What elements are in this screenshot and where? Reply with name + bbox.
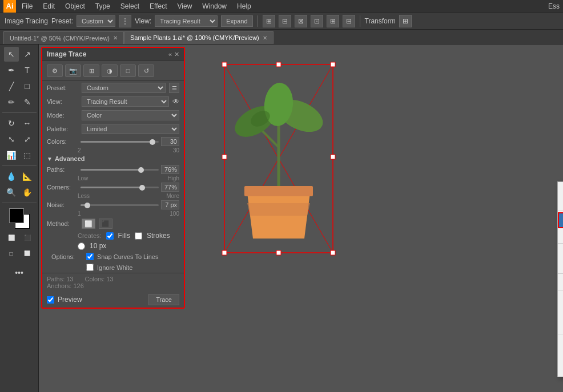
align-icon-2[interactable]: ⊟ bbox=[279, 15, 291, 27]
panel-footer: Paths: 13 Colors: 13 Anchors: 126 bbox=[42, 273, 184, 292]
stroke-mode-btn[interactable]: ⬛ bbox=[20, 230, 35, 245]
view-label: View: bbox=[135, 17, 151, 25]
ctx-crop-image[interactable]: Crop Image bbox=[558, 245, 563, 258]
tool-row-11: □ ⬜ bbox=[4, 246, 35, 261]
ctx-perspective[interactable]: Perspective ▶ bbox=[558, 228, 563, 242]
tool-row-4: ✏ ✎ bbox=[4, 95, 35, 110]
ctx-make-pixel-perfect[interactable]: Make Pixel Perfect bbox=[558, 212, 563, 228]
normal-mode-btn[interactable]: □ bbox=[4, 246, 19, 261]
shape-tool[interactable]: □ bbox=[20, 79, 35, 94]
brush-tool[interactable]: ✏ bbox=[4, 95, 19, 110]
colors-value-input[interactable] bbox=[161, 137, 179, 146]
screen-mode-btn[interactable]: ⬜ bbox=[20, 246, 35, 261]
transform-icon[interactable]: ⊞ bbox=[399, 15, 412, 27]
panel-eye-icon[interactable]: 👁 bbox=[172, 98, 179, 106]
blend-tool[interactable]: ⬚ bbox=[20, 148, 35, 163]
ignore-white-checkbox[interactable] bbox=[86, 264, 94, 271]
corners-slider[interactable] bbox=[81, 187, 159, 188]
panel-icon-color[interactable]: 📷 bbox=[65, 64, 81, 77]
panel-close-btn[interactable]: ✕ bbox=[174, 51, 179, 58]
graph-tool[interactable]: 📊 bbox=[4, 148, 19, 163]
view-select[interactable]: Tracing Result bbox=[155, 15, 218, 27]
panel-icon-gray[interactable]: ⊞ bbox=[83, 64, 99, 77]
align-icon-5[interactable]: ⊞ bbox=[327, 15, 339, 27]
select-tool[interactable]: ↖ bbox=[4, 47, 19, 62]
expand-button[interactable]: Expand bbox=[221, 15, 252, 27]
hand-tool[interactable]: ✋ bbox=[20, 185, 35, 200]
menu-help[interactable]: Help bbox=[235, 1, 254, 11]
align-icon-6[interactable]: ⊟ bbox=[343, 15, 355, 27]
ctx-add-to-library[interactable]: Add to Library bbox=[558, 336, 563, 349]
align-icon-1[interactable]: ⊞ bbox=[263, 15, 275, 27]
stroke-radio[interactable] bbox=[78, 243, 85, 250]
pen-tool[interactable]: ✒ bbox=[4, 63, 19, 78]
scale-tool[interactable]: ⤡ bbox=[4, 132, 19, 147]
footer-stats-row: Paths: 13 Colors: 13 bbox=[47, 276, 179, 282]
ctx-redo[interactable]: Redo bbox=[558, 196, 563, 209]
menu-file[interactable]: File bbox=[19, 1, 35, 11]
noise-slider[interactable] bbox=[81, 204, 159, 206]
menu-view[interactable]: View bbox=[175, 1, 195, 11]
colors-slider[interactable] bbox=[81, 141, 159, 143]
preset-options-btn[interactable]: ⋮ bbox=[119, 15, 131, 27]
tab-untitled-close[interactable]: ✕ bbox=[113, 35, 118, 41]
method-btn-overlapping[interactable]: ⬛ bbox=[99, 219, 112, 229]
zoom-tool[interactable]: 🔍 bbox=[4, 185, 19, 200]
menu-type[interactable]: Type bbox=[93, 1, 112, 11]
ctx-undo-move[interactable]: Undo Move bbox=[558, 182, 563, 196]
tab-sample-plants[interactable]: Sample Plants 1.ai* @ 100% (CMYK/Preview… bbox=[124, 31, 274, 44]
measure-tool[interactable]: 📐 bbox=[20, 169, 35, 184]
menu-select[interactable]: Select bbox=[118, 1, 142, 11]
ctx-transform[interactable]: Transform ▶ bbox=[558, 292, 563, 305]
ctx-arrange[interactable]: Arrange ▶ bbox=[558, 305, 563, 319]
ctx-isolate-selected-group[interactable]: Isolate Selected Group bbox=[558, 258, 563, 272]
pencil-tool[interactable]: ✎ bbox=[20, 95, 35, 110]
more-tools-btn[interactable]: ••• bbox=[12, 265, 27, 280]
panel-icon-bw[interactable]: ◑ bbox=[102, 64, 118, 77]
panel-footer-buttons: Preview Trace bbox=[42, 292, 184, 308]
direct-select-tool[interactable]: ↗ bbox=[20, 47, 35, 62]
fill-mode-btn[interactable]: ⬜ bbox=[4, 230, 19, 245]
panel-icon-outline[interactable]: □ bbox=[120, 64, 136, 77]
rotate-tool[interactable]: ↻ bbox=[4, 116, 19, 131]
line-tool[interactable]: ╱ bbox=[4, 79, 19, 94]
svg-marker-13 bbox=[247, 203, 310, 216]
panel-icon-silhouette[interactable]: ↺ bbox=[138, 64, 154, 77]
trace-button[interactable]: Trace bbox=[148, 294, 179, 305]
preview-checkbox[interactable] bbox=[47, 296, 54, 304]
tabs-bar: Untitled-1* @ 50% (CMYK/Preview) ✕ Sampl… bbox=[0, 30, 563, 45]
warp-tool[interactable]: ⤢ bbox=[20, 132, 35, 147]
method-btn-abutting[interactable]: ⬜ bbox=[82, 219, 95, 229]
canvas-area: Undo Move Redo Make Pixel Perfect Perspe… bbox=[187, 45, 563, 392]
preset-select[interactable]: Custom bbox=[77, 15, 115, 27]
ctx-export-selection[interactable]: Export Selection... bbox=[558, 363, 563, 377]
panel-view-select[interactable]: Tracing Result bbox=[82, 96, 169, 107]
align-icon-4[interactable]: ⊡ bbox=[311, 15, 323, 27]
tab-untitled[interactable]: Untitled-1* @ 50% (CMYK/Preview) ✕ bbox=[3, 31, 124, 44]
more-tools: ••• bbox=[12, 265, 27, 280]
reflect-tool[interactable]: ↔ bbox=[20, 116, 35, 131]
panel-preset-options[interactable]: ☰ bbox=[169, 83, 179, 93]
strokes-checkbox[interactable] bbox=[135, 232, 142, 240]
ctx-select[interactable]: Select ▶ bbox=[558, 319, 563, 333]
snap-curves-checkbox[interactable] bbox=[86, 253, 94, 260]
tab-sample-plants-close[interactable]: ✕ bbox=[263, 35, 267, 41]
advanced-row[interactable]: ▼ Advanced bbox=[42, 153, 184, 164]
ctx-collect-for-export[interactable]: Collect For Export ▶ bbox=[558, 349, 563, 363]
panel-collapse-btn[interactable]: « bbox=[168, 51, 172, 58]
foreground-color[interactable] bbox=[9, 208, 24, 223]
paths-slider[interactable] bbox=[81, 169, 159, 171]
panel-mode-select[interactable]: Color bbox=[82, 110, 179, 120]
tool-row-6: ⤡ ⤢ bbox=[4, 132, 35, 147]
menu-object[interactable]: Object bbox=[63, 1, 87, 11]
menu-effect[interactable]: Effect bbox=[147, 1, 169, 11]
align-icon-3[interactable]: ⊠ bbox=[295, 15, 307, 27]
menu-edit[interactable]: Edit bbox=[41, 1, 57, 11]
menu-window[interactable]: Window bbox=[200, 1, 229, 11]
panel-palette-select[interactable]: Limited bbox=[82, 124, 179, 134]
panel-icon-auto[interactable]: ⚙ bbox=[47, 64, 63, 77]
eyedropper-tool[interactable]: 💧 bbox=[4, 169, 19, 184]
type-tool[interactable]: T bbox=[20, 63, 35, 78]
panel-preset-select[interactable]: Custom bbox=[82, 83, 166, 93]
fills-checkbox[interactable] bbox=[106, 232, 114, 240]
